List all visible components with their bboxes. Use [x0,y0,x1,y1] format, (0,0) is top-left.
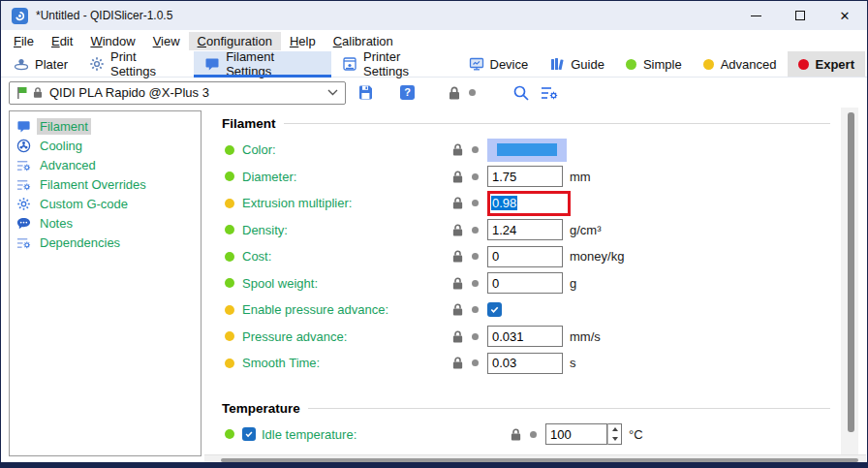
menu-configuration[interactable]: Configuration [189,32,281,50]
option-row-extrusion-multiplier: Extrusion multiplier: 0.98 [222,190,842,217]
sidebar-item-notes[interactable]: Notes [10,213,201,233]
mode-advanced[interactable]: Advanced [693,51,788,77]
preset-toolbar: QIDI PLA Rapido @X-Plus 3 ? [1,78,867,108]
settings-category-list: Filament Cooling Advanced Filament Overr… [9,110,202,456]
revert-dot-icon[interactable] [472,333,487,340]
option-level-dot [225,252,234,262]
tab-filament-settings[interactable]: Filament Settings [194,51,331,77]
revert-dot-icon[interactable] [472,280,487,287]
section-title: Temperature [222,401,300,416]
revert-dot-icon[interactable] [530,431,545,438]
section-temperature: Temperature [222,401,842,416]
simple-mode-dot-icon [626,59,636,70]
revert-dot-icon[interactable] [472,253,487,260]
revert-dot-icon[interactable] [472,227,487,234]
sidebar-item-filament[interactable]: Filament [10,116,201,136]
lock-icon[interactable] [451,142,472,157]
sidebar-item-dependencies[interactable]: Dependencies [10,233,201,252]
maximize-button[interactable] [778,1,822,30]
save-preset-button[interactable] [357,84,374,101]
pressure-advance-input[interactable] [487,326,563,347]
idle-temperature-input[interactable] [545,423,607,445]
cost-input[interactable] [487,246,563,267]
lock-icon[interactable] [451,276,472,291]
vertical-scrollbar[interactable] [841,108,858,454]
revert-dot-icon[interactable] [472,200,487,206]
option-row-color: Color: [222,137,842,164]
mode-expert[interactable]: Expert [788,51,865,77]
lock-icon[interactable] [451,356,472,370]
diameter-input[interactable] [487,166,563,187]
extrusion-multiplier-input[interactable]: 0.98 [487,191,571,216]
idle-temperature-spinner [545,423,622,445]
lock-icon[interactable] [451,223,472,237]
menu-window[interactable]: Window [81,32,143,50]
enable-pressure-advance-checkbox[interactable] [487,302,502,317]
tab-print-settings[interactable]: Print Settings [78,51,194,77]
option-label: Color: [242,142,451,157]
advanced-mode-dot-icon [703,59,714,70]
sidebar-item-filament-overrides[interactable]: Filament Overrides [10,174,201,194]
revert-dot-icon[interactable] [469,89,476,96]
spin-down-button[interactable] [608,434,621,444]
lock-icon[interactable] [451,302,472,317]
revert-dot-icon[interactable] [472,173,487,180]
idle-temperature-enable-checkbox[interactable] [242,427,256,441]
lock-icon[interactable] [451,249,472,264]
compare-settings-icon[interactable] [541,85,559,101]
option-label: Extrusion multiplier: [242,196,451,210]
search-button[interactable] [512,84,530,102]
unit-label: °C [629,427,643,442]
unit-label: g [570,276,576,291]
revert-dot-icon[interactable] [472,146,487,153]
option-label: Diameter: [242,170,451,184]
sidebar-item-label: Cooling [37,138,85,154]
revert-dot-icon[interactable] [472,306,487,313]
fan-icon [16,138,31,153]
spool-weight-input[interactable] [487,272,563,294]
menu-help[interactable]: Help [281,32,325,50]
option-label: Enable pressure advance: [242,302,451,317]
sidebar-item-custom-gcode[interactable]: Custom G-code [10,194,201,213]
option-level-dot [225,225,234,234]
sliders-gear-icon [16,234,31,250]
close-button[interactable]: ✕ [822,1,867,30]
revert-dot-icon[interactable] [472,359,487,366]
color-swatch[interactable] [487,139,567,162]
lock-icon[interactable] [448,85,461,101]
menu-calibration[interactable]: Calibration [325,32,402,50]
spin-up-button[interactable] [608,424,621,434]
plater-icon [14,56,29,72]
vertical-scrollbar-thumb[interactable] [848,112,854,432]
smooth-time-input[interactable] [487,353,563,374]
tab-guide[interactable]: Guide [539,51,615,77]
lock-icon[interactable] [451,170,472,184]
menu-file[interactable]: File [5,32,43,50]
selected-input-text: 0.98 [491,196,517,210]
filament-bubble-icon [16,118,31,134]
window-bottom-edge [1,462,867,467]
lock-icon[interactable] [451,196,472,210]
preset-combobox[interactable]: QIDI PLA Rapido @X-Plus 3 [9,81,346,105]
sidebar-item-cooling[interactable]: Cooling [10,136,201,155]
mode-simple[interactable]: Simple [615,51,693,77]
tab-label: Guide [571,57,604,72]
tab-printer-settings[interactable]: Printer Settings [331,51,458,77]
expert-mode-dot-icon [798,59,809,70]
tab-plater[interactable]: Plater [3,51,78,77]
option-level-dot [225,145,234,155]
menu-edit[interactable]: Edit [43,32,81,50]
density-input[interactable] [487,219,563,240]
tab-device[interactable]: Device [458,51,540,77]
preset-name: QIDI PLA Rapido @X-Plus 3 [49,85,209,100]
option-row-density: Density: g/cm³ [222,217,842,244]
minimize-button[interactable] [733,1,778,30]
unit-label: mm [570,170,591,184]
menu-view[interactable]: View [144,32,189,50]
lock-icon[interactable] [451,329,472,344]
sidebar-item-advanced[interactable]: Advanced [10,155,201,174]
unit-label: money/kg [570,249,624,264]
lock-icon[interactable] [510,427,530,442]
help-button[interactable]: ? [399,84,416,101]
sidebar-item-label: Advanced [37,157,99,173]
